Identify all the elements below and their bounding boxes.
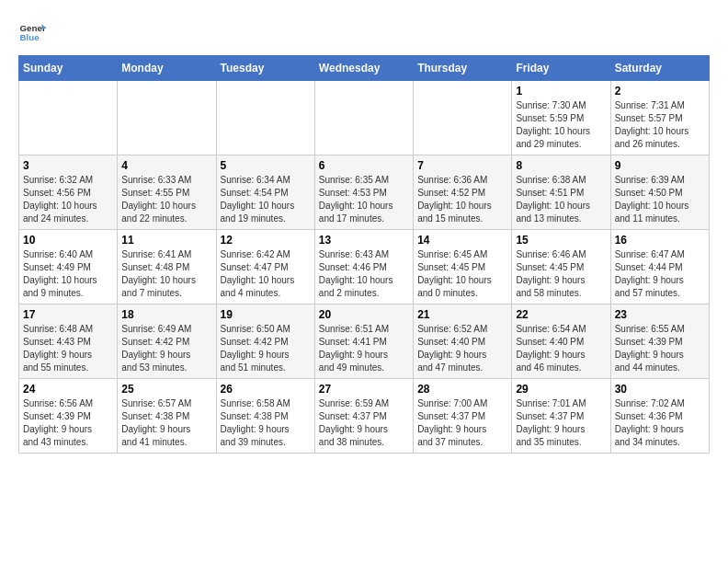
day-info: Sunrise: 6:45 AMSunset: 4:45 PMDaylight:…: [417, 248, 507, 300]
calendar-cell: [414, 81, 512, 155]
day-number: 10: [23, 234, 113, 247]
day-info: Sunrise: 7:30 AMSunset: 5:59 PMDaylight:…: [516, 99, 606, 151]
calendar-cell: 7Sunrise: 6:36 AMSunset: 4:52 PMDaylight…: [414, 155, 512, 230]
day-info: Sunrise: 6:49 AMSunset: 4:42 PMDaylight:…: [121, 323, 211, 374]
day-number: 2: [615, 85, 705, 98]
day-number: 28: [417, 383, 507, 396]
day-number: 1: [516, 85, 606, 98]
calendar-cell: 17Sunrise: 6:48 AMSunset: 4:43 PMDayligh…: [19, 304, 118, 379]
weekday-header: Sunday: [19, 56, 118, 81]
day-number: 6: [319, 159, 409, 172]
day-number: 23: [615, 308, 705, 321]
header: General Blue: [18, 18, 710, 46]
day-number: 27: [319, 383, 409, 396]
day-info: Sunrise: 6:50 AMSunset: 4:42 PMDaylight:…: [221, 323, 311, 374]
calendar-week-row: 1Sunrise: 7:30 AMSunset: 5:59 PMDaylight…: [19, 81, 710, 155]
weekday-header: Tuesday: [216, 56, 314, 81]
day-number: 9: [615, 159, 705, 172]
day-number: 16: [615, 234, 705, 247]
day-info: Sunrise: 6:51 AMSunset: 4:41 PMDaylight:…: [319, 323, 409, 374]
day-info: Sunrise: 6:35 AMSunset: 4:53 PMDaylight:…: [319, 174, 409, 225]
day-info: Sunrise: 6:33 AMSunset: 4:55 PMDaylight:…: [121, 174, 211, 225]
calendar-cell: 4Sunrise: 6:33 AMSunset: 4:55 PMDaylight…: [118, 155, 216, 230]
calendar-cell: 21Sunrise: 6:52 AMSunset: 4:40 PMDayligh…: [414, 304, 512, 379]
day-info: Sunrise: 6:46 AMSunset: 4:45 PMDaylight:…: [516, 248, 606, 300]
logo-icon: General Blue: [18, 18, 46, 46]
day-number: 30: [615, 383, 705, 396]
day-number: 14: [417, 234, 507, 247]
calendar-cell: 6Sunrise: 6:35 AMSunset: 4:53 PMDaylight…: [314, 155, 413, 230]
calendar-header: SundayMondayTuesdayWednesdayThursdayFrid…: [19, 56, 710, 81]
calendar-cell: [314, 81, 413, 155]
calendar-cell: 27Sunrise: 6:59 AMSunset: 4:37 PMDayligh…: [314, 379, 413, 454]
day-number: 5: [221, 159, 311, 172]
day-info: Sunrise: 7:02 AMSunset: 4:36 PMDaylight:…: [615, 397, 705, 449]
day-info: Sunrise: 6:47 AMSunset: 4:44 PMDaylight:…: [615, 248, 705, 300]
day-number: 7: [417, 159, 507, 172]
calendar-cell: 15Sunrise: 6:46 AMSunset: 4:45 PMDayligh…: [512, 230, 610, 304]
calendar-week-row: 24Sunrise: 6:56 AMSunset: 4:39 PMDayligh…: [19, 379, 710, 454]
day-number: 11: [121, 234, 211, 247]
day-number: 18: [121, 308, 211, 321]
calendar-cell: 29Sunrise: 7:01 AMSunset: 4:37 PMDayligh…: [512, 379, 610, 454]
day-number: 24: [23, 383, 113, 396]
calendar-cell: 28Sunrise: 7:00 AMSunset: 4:37 PMDayligh…: [414, 379, 512, 454]
day-number: 15: [516, 234, 606, 247]
day-number: 8: [516, 159, 606, 172]
day-info: Sunrise: 7:01 AMSunset: 4:37 PMDaylight:…: [516, 397, 606, 449]
day-info: Sunrise: 7:00 AMSunset: 4:37 PMDaylight:…: [417, 397, 507, 449]
day-info: Sunrise: 6:32 AMSunset: 4:56 PMDaylight:…: [23, 174, 113, 225]
weekday-header-row: SundayMondayTuesdayWednesdayThursdayFrid…: [19, 56, 710, 81]
svg-text:Blue: Blue: [20, 32, 40, 42]
calendar-table: SundayMondayTuesdayWednesdayThursdayFrid…: [18, 55, 710, 454]
day-number: 22: [516, 308, 606, 321]
day-info: Sunrise: 6:38 AMSunset: 4:51 PMDaylight:…: [516, 174, 606, 225]
calendar-cell: 8Sunrise: 6:38 AMSunset: 4:51 PMDaylight…: [512, 155, 610, 230]
logo: General Blue: [18, 18, 46, 46]
day-number: 25: [121, 383, 211, 396]
calendar-cell: 14Sunrise: 6:45 AMSunset: 4:45 PMDayligh…: [414, 230, 512, 304]
calendar-cell: 11Sunrise: 6:41 AMSunset: 4:48 PMDayligh…: [118, 230, 216, 304]
calendar-cell: 12Sunrise: 6:42 AMSunset: 4:47 PMDayligh…: [216, 230, 314, 304]
day-info: Sunrise: 6:56 AMSunset: 4:39 PMDaylight:…: [23, 397, 113, 449]
day-number: 20: [319, 308, 409, 321]
weekday-header: Thursday: [414, 56, 512, 81]
day-number: 26: [221, 383, 311, 396]
day-info: Sunrise: 7:31 AMSunset: 5:57 PMDaylight:…: [615, 99, 705, 151]
calendar-cell: 24Sunrise: 6:56 AMSunset: 4:39 PMDayligh…: [19, 379, 118, 454]
calendar-cell: 13Sunrise: 6:43 AMSunset: 4:46 PMDayligh…: [314, 230, 413, 304]
calendar-cell: 1Sunrise: 7:30 AMSunset: 5:59 PMDaylight…: [512, 81, 610, 155]
calendar-cell: 18Sunrise: 6:49 AMSunset: 4:42 PMDayligh…: [118, 304, 216, 379]
calendar-cell: 19Sunrise: 6:50 AMSunset: 4:42 PMDayligh…: [216, 304, 314, 379]
calendar-body: 1Sunrise: 7:30 AMSunset: 5:59 PMDaylight…: [19, 81, 710, 454]
calendar-cell: 3Sunrise: 6:32 AMSunset: 4:56 PMDaylight…: [19, 155, 118, 230]
calendar-cell: 23Sunrise: 6:55 AMSunset: 4:39 PMDayligh…: [610, 304, 709, 379]
weekday-header: Monday: [118, 56, 216, 81]
calendar-cell: 2Sunrise: 7:31 AMSunset: 5:57 PMDaylight…: [610, 81, 709, 155]
day-info: Sunrise: 6:42 AMSunset: 4:47 PMDaylight:…: [221, 248, 311, 300]
weekday-header: Friday: [512, 56, 610, 81]
calendar-cell: [216, 81, 314, 155]
day-number: 17: [23, 308, 113, 321]
day-info: Sunrise: 6:54 AMSunset: 4:40 PMDaylight:…: [516, 323, 606, 374]
day-info: Sunrise: 6:57 AMSunset: 4:38 PMDaylight:…: [121, 397, 211, 449]
calendar-cell: 9Sunrise: 6:39 AMSunset: 4:50 PMDaylight…: [610, 155, 709, 230]
calendar-cell: 10Sunrise: 6:40 AMSunset: 4:49 PMDayligh…: [19, 230, 118, 304]
calendar-cell: [19, 81, 118, 155]
day-number: 4: [121, 159, 211, 172]
day-info: Sunrise: 6:36 AMSunset: 4:52 PMDaylight:…: [417, 174, 507, 225]
day-number: 3: [23, 159, 113, 172]
day-number: 19: [221, 308, 311, 321]
calendar-cell: 22Sunrise: 6:54 AMSunset: 4:40 PMDayligh…: [512, 304, 610, 379]
day-info: Sunrise: 6:41 AMSunset: 4:48 PMDaylight:…: [121, 248, 211, 300]
day-info: Sunrise: 6:43 AMSunset: 4:46 PMDaylight:…: [319, 248, 409, 300]
day-info: Sunrise: 6:52 AMSunset: 4:40 PMDaylight:…: [417, 323, 507, 374]
weekday-header: Saturday: [610, 56, 709, 81]
calendar-cell: 16Sunrise: 6:47 AMSunset: 4:44 PMDayligh…: [610, 230, 709, 304]
calendar-week-row: 17Sunrise: 6:48 AMSunset: 4:43 PMDayligh…: [19, 304, 710, 379]
day-info: Sunrise: 6:58 AMSunset: 4:38 PMDaylight:…: [221, 397, 311, 449]
day-info: Sunrise: 6:59 AMSunset: 4:37 PMDaylight:…: [319, 397, 409, 449]
calendar-cell: 25Sunrise: 6:57 AMSunset: 4:38 PMDayligh…: [118, 379, 216, 454]
day-number: 21: [417, 308, 507, 321]
calendar-week-row: 3Sunrise: 6:32 AMSunset: 4:56 PMDaylight…: [19, 155, 710, 230]
